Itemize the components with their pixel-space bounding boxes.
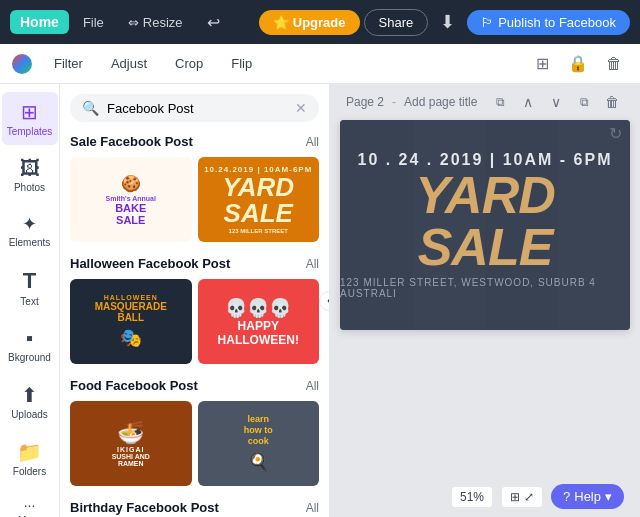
file-menu[interactable]: File	[73, 11, 114, 34]
grid-view-button[interactable]: ⊞	[528, 50, 556, 78]
download-button[interactable]: ⬇	[432, 6, 463, 38]
home-button[interactable]: Home	[10, 10, 69, 34]
main-layout: ⊞ Templates 🖼 Photos ✦ Elements T Text ▪…	[0, 84, 640, 517]
resize-button[interactable]: ⇔ Resize	[118, 11, 193, 34]
yard-sale-title-text: YARDSALE	[415, 169, 554, 273]
sidebar-item-text[interactable]: T Text	[2, 260, 58, 315]
upgrade-icon: ⭐	[273, 15, 289, 30]
birthday-section-title: Birthday Facebook Post	[70, 500, 219, 515]
duplicate-page-button[interactable]: ⧉	[572, 90, 596, 114]
birthday-section-header: Birthday Facebook Post All	[70, 500, 319, 515]
page-up-button[interactable]: ∧	[516, 90, 540, 114]
text-label: Text	[20, 296, 38, 307]
photos-label: Photos	[14, 182, 45, 193]
adjust-button[interactable]: Adjust	[105, 52, 153, 75]
chevron-down-icon: ▾	[605, 489, 612, 504]
sidebar: ⊞ Templates 🖼 Photos ✦ Elements T Text ▪…	[0, 84, 60, 517]
learn-cook-template[interactable]: learnhow tocook 🍳	[198, 401, 320, 486]
zoom-level: 51%	[451, 486, 493, 508]
status-bar: 51% ⊞ ⤢ ? Help ▾	[451, 484, 624, 509]
halloween-section-title: Halloween Facebook Post	[70, 256, 230, 271]
food-section-all[interactable]: All	[306, 379, 319, 393]
sidebar-item-elements[interactable]: ✦ Elements	[2, 205, 58, 256]
food-section-title: Food Facebook Post	[70, 378, 198, 393]
grid-icon: ⊞	[510, 490, 520, 504]
halloween-template-grid: HALLOWEEN MASQUERADE BALL 🎭 💀💀💀 HAPPY HA…	[70, 279, 319, 364]
happy-halloween-template[interactable]: 💀💀💀 HAPPY HALLOWEEN!	[198, 279, 320, 364]
upgrade-button[interactable]: ⭐ Upgrade	[259, 10, 360, 35]
yard-sale-address-text: 123 MILLER STREET, WESTWOOD, SUBURB 4 AU…	[340, 277, 630, 299]
delete-page-button[interactable]: 🗑	[600, 90, 624, 114]
sidebar-item-uploads[interactable]: ⬆ Uploads	[2, 375, 58, 428]
sidebar-item-background[interactable]: ▪ Bkground	[2, 319, 58, 371]
add-page-title[interactable]: Add page title	[404, 95, 477, 109]
page-indicator-bar: Page 2 - Add page title ⧉ ∧ ∨ ⧉ 🗑	[330, 84, 640, 120]
publish-button[interactable]: 🏳 Publish to Facebook	[467, 10, 630, 35]
bake-sale-template[interactable]: 🍪 Smith's Annual BAKE SALE	[70, 157, 192, 242]
more-icon: ···	[24, 497, 36, 513]
crop-button[interactable]: Crop	[169, 52, 209, 75]
sale-section-all[interactable]: All	[306, 135, 319, 149]
panel-toggle-button[interactable]: ‹	[319, 291, 330, 311]
photos-icon: 🖼	[20, 157, 40, 180]
sale-section-title: Sale Facebook Post	[70, 134, 193, 149]
canvas-area: Page 2 - Add page title ⧉ ∧ ∨ ⧉ 🗑	[330, 84, 640, 517]
elements-label: Elements	[9, 237, 51, 248]
share-button[interactable]: Share	[364, 9, 429, 36]
undo-button[interactable]: ↩	[197, 9, 230, 36]
halloween-section-all[interactable]: All	[306, 257, 319, 271]
uploads-icon: ⬆	[21, 383, 38, 407]
templates-label: Templates	[7, 126, 53, 137]
copy-page-button[interactable]: ⧉	[488, 90, 512, 114]
search-clear-button[interactable]: ✕	[295, 100, 307, 116]
yard-sale-template[interactable]: 10.24.2019 | 10AM-6PM YARDSALE 123 MILLE…	[198, 157, 320, 242]
food-template-grid: 🍜 IKIGAI SUSHI AND RAMEN learnhow tocook…	[70, 401, 319, 486]
elements-icon: ✦	[22, 213, 37, 235]
sale-section-header: Sale Facebook Post All	[70, 134, 319, 149]
search-bar: 🔍 Facebook Post ✕	[70, 94, 319, 122]
food-section-header: Food Facebook Post All	[70, 378, 319, 393]
trash-button[interactable]: 🗑	[600, 50, 628, 78]
background-icon: ▪	[26, 327, 33, 350]
search-icon: 🔍	[82, 100, 99, 116]
folders-label: Folders	[13, 466, 46, 477]
templates-panel: 🔍 Facebook Post ✕ Sale Facebook Post All…	[60, 84, 330, 517]
halloween-section-header: Halloween Facebook Post All	[70, 256, 319, 271]
text-icon: T	[23, 268, 36, 294]
templates-icon: ⊞	[21, 100, 38, 124]
top-navigation: Home File ⇔ Resize ↩ ⭐ Upgrade Share ⬇ 🏳…	[0, 0, 640, 44]
yard-sale-canvas-image[interactable]: 10 . 24 . 2019 | 10AM - 6PM YARDSALE 123…	[340, 120, 630, 330]
birthday-section-all[interactable]: All	[306, 501, 319, 515]
sushi-template[interactable]: 🍜 IKIGAI SUSHI AND RAMEN	[70, 401, 192, 486]
edit-toolbar: Filter Adjust Crop Flip ⊞ 🔒 🗑	[0, 44, 640, 84]
uploads-label: Uploads	[11, 409, 48, 420]
resize-icon: ⇔	[128, 15, 139, 30]
facebook-icon: 🏳	[481, 15, 494, 30]
search-input[interactable]: Facebook Post	[107, 101, 287, 116]
refresh-canvas-button[interactable]: ↻	[609, 124, 622, 143]
help-icon: ?	[563, 489, 570, 504]
halloween-masquerade-template[interactable]: HALLOWEEN MASQUERADE BALL 🎭	[70, 279, 192, 364]
page-down-button[interactable]: ∨	[544, 90, 568, 114]
sale-template-grid: 🍪 Smith's Annual BAKE SALE 10.24.2019 | …	[70, 157, 319, 242]
sidebar-item-folders[interactable]: 📁 Folders	[2, 432, 58, 485]
page-number: Page 2	[346, 95, 384, 109]
expand-icon: ⤢	[524, 490, 534, 504]
sidebar-item-more[interactable]: ··· More	[2, 489, 58, 517]
background-label: Bkground	[8, 352, 51, 363]
help-button[interactable]: ? Help ▾	[551, 484, 624, 509]
lock-button[interactable]: 🔒	[564, 50, 592, 78]
color-picker[interactable]	[12, 54, 32, 74]
flip-button[interactable]: Flip	[225, 52, 258, 75]
sidebar-item-templates[interactable]: ⊞ Templates	[2, 92, 58, 145]
filter-button[interactable]: Filter	[48, 52, 89, 75]
view-toggle-button[interactable]: ⊞ ⤢	[501, 486, 543, 508]
folders-icon: 📁	[17, 440, 42, 464]
sidebar-item-photos[interactable]: 🖼 Photos	[2, 149, 58, 201]
canvas-frame: 10 . 24 . 2019 | 10AM - 6PM YARDSALE 123…	[340, 120, 630, 330]
